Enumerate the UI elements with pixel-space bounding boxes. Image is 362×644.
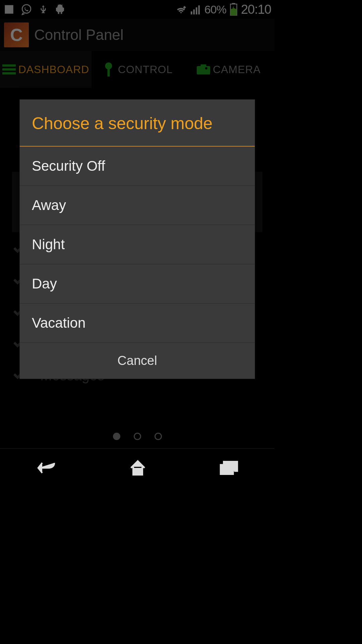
recent-apps-button[interactable] bbox=[220, 461, 238, 477]
dialog-option-day[interactable]: Day bbox=[20, 264, 255, 304]
back-button[interactable] bbox=[36, 461, 56, 477]
security-mode-dialog: Choose a security mode Security Off Away… bbox=[19, 99, 255, 379]
dialog-option-vacation[interactable]: Vacation bbox=[20, 304, 255, 343]
dialog-option-away[interactable]: Away bbox=[20, 186, 255, 225]
dialog-option-security-off[interactable]: Security Off bbox=[20, 147, 255, 186]
home-button[interactable] bbox=[129, 459, 147, 478]
dialog-title: Choose a security mode bbox=[20, 100, 255, 147]
dialog-cancel-button[interactable]: Cancel bbox=[20, 343, 255, 379]
dialog-option-night[interactable]: Night bbox=[20, 225, 255, 264]
system-nav-bar bbox=[0, 448, 275, 488]
